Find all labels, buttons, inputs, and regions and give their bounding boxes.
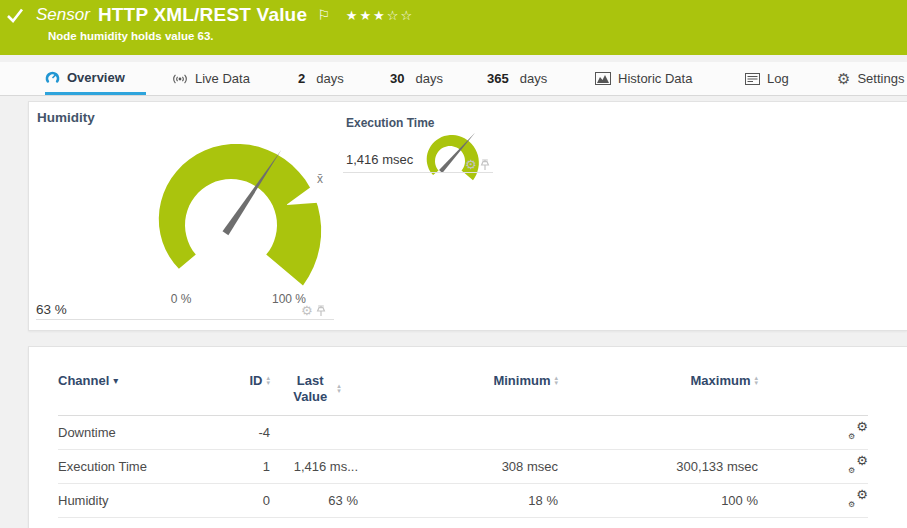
- tab-label: Historic Data: [618, 71, 692, 86]
- channel-id: 0: [208, 484, 270, 518]
- sort-icon: ▴▾: [554, 376, 558, 385]
- tab-settings[interactable]: ⚙ Settings: [837, 62, 904, 95]
- humidity-current-value: 63 %: [36, 302, 67, 317]
- sort-icon: ▴▾: [337, 384, 341, 393]
- tab-bar: Overview Live Data 2 days 30 days 365 da…: [0, 62, 907, 96]
- humidity-gauge: [119, 124, 349, 324]
- channel-last-value: 63 %: [270, 484, 358, 518]
- table-row: Downtime -4 ⚙⚙: [58, 416, 868, 450]
- table-row: Humidity 0 63 % 18 % 100 % ⚙⚙: [58, 484, 868, 518]
- channel-last-value: [270, 416, 358, 450]
- gauges-card: Humidity 0 % 100 % x̄ 63 % ⚙ Execution T…: [28, 101, 907, 331]
- gear-icon: ⚙: [837, 71, 850, 86]
- tab-label: Settings: [857, 71, 904, 86]
- tab-label: Live Data: [195, 71, 250, 86]
- execution-time-panel-divider: [343, 172, 493, 173]
- channel-settings-icon[interactable]: ⚙⚙: [847, 423, 868, 439]
- column-header-channel[interactable]: Channel▾: [58, 373, 208, 416]
- tab-30-days[interactable]: 30 days: [390, 62, 443, 95]
- execution-time-current-value: 1,416 msec: [346, 152, 413, 167]
- tab-live-data[interactable]: Live Data: [172, 62, 250, 95]
- sensor-overview-page: Sensor HTTP XML/REST Value ⚐ ★★★☆☆ Node …: [0, 0, 907, 528]
- gauge-min-label: 0 %: [159, 292, 203, 306]
- sensor-kicker: Sensor: [36, 5, 90, 25]
- tab-log[interactable]: Log: [745, 62, 789, 95]
- status-check-icon: [6, 7, 24, 24]
- priority-stars[interactable]: ★★★☆☆: [346, 8, 414, 23]
- sort-icon: ▴▾: [266, 376, 270, 385]
- channel-maximum: 300,133 msec: [558, 450, 758, 484]
- channel-table-card: Channel▾ ID▴▾ Last Value▴▾ Minimum▴▾ Max…: [28, 346, 907, 528]
- humidity-gauge-title: Humidity: [37, 110, 95, 125]
- tab-label: days: [520, 71, 547, 86]
- channel-settings-icon[interactable]: ⚙⚙: [847, 491, 868, 507]
- gear-icon[interactable]: ⚙: [465, 158, 477, 171]
- channel-id: -4: [208, 416, 270, 450]
- sensor-status-bar: Sensor HTTP XML/REST Value ⚐ ★★★☆☆ Node …: [0, 0, 907, 55]
- column-header-maximum[interactable]: Maximum▴▾: [558, 373, 758, 416]
- humidity-panel-tools: ⚙: [301, 304, 326, 317]
- table-row: Execution Time 1 1,416 ms... 308 msec 30…: [58, 450, 868, 484]
- channel-maximum: [558, 416, 758, 450]
- gauge-icon: [45, 70, 60, 85]
- channel-maximum: 100 %: [558, 484, 758, 518]
- column-header-id[interactable]: ID▴▾: [208, 373, 270, 416]
- tab-number: 2: [298, 71, 305, 86]
- tab-number: 365: [487, 71, 509, 86]
- chart-icon: [595, 72, 611, 85]
- page-title: HTTP XML/REST Value: [98, 4, 307, 26]
- channel-name: Execution Time: [58, 450, 208, 484]
- channel-minimum: 18 %: [358, 484, 558, 518]
- channel-settings-icon[interactable]: ⚙⚙: [847, 457, 868, 473]
- channel-last-value: 1,416 ms...: [270, 450, 358, 484]
- tab-overview[interactable]: Overview: [45, 62, 146, 95]
- column-header-actions: [758, 373, 868, 416]
- channel-table: Channel▾ ID▴▾ Last Value▴▾ Minimum▴▾ Max…: [58, 373, 868, 518]
- channel-minimum: 308 msec: [358, 450, 558, 484]
- sort-desc-icon: ▾: [113, 375, 118, 386]
- channel-name: Downtime: [58, 416, 208, 450]
- flag-icon[interactable]: ⚐: [317, 8, 330, 22]
- live-signal-icon: [172, 72, 188, 86]
- tab-label: days: [415, 71, 442, 86]
- pin-icon[interactable]: [480, 159, 490, 171]
- tab-label: days: [316, 71, 343, 86]
- execution-time-panel-tools: ⚙: [465, 158, 490, 171]
- tab-number: 30: [390, 71, 404, 86]
- sensor-status-message: Node humidity holds value 63.: [48, 30, 907, 42]
- humidity-panel-divider: [36, 319, 334, 320]
- pin-icon[interactable]: [316, 305, 326, 317]
- tab-2-days[interactable]: 2 days: [298, 62, 344, 95]
- gear-icon[interactable]: ⚙: [301, 304, 313, 317]
- gauge-average-marker: x̄: [317, 172, 323, 186]
- channel-name: Humidity: [58, 484, 208, 518]
- column-header-last-value[interactable]: Last Value▴▾: [270, 373, 358, 416]
- tab-365-days[interactable]: 365 days: [487, 62, 547, 95]
- channel-id: 1: [208, 450, 270, 484]
- channel-minimum: [358, 416, 558, 450]
- tab-label: Overview: [67, 70, 125, 85]
- log-icon: [745, 73, 760, 85]
- tab-label: Log: [767, 71, 789, 86]
- column-header-minimum[interactable]: Minimum▴▾: [358, 373, 558, 416]
- sort-icon: ▴▾: [754, 376, 758, 385]
- tab-historic-data[interactable]: Historic Data: [595, 62, 692, 95]
- table-header-row: Channel▾ ID▴▾ Last Value▴▾ Minimum▴▾ Max…: [58, 373, 868, 416]
